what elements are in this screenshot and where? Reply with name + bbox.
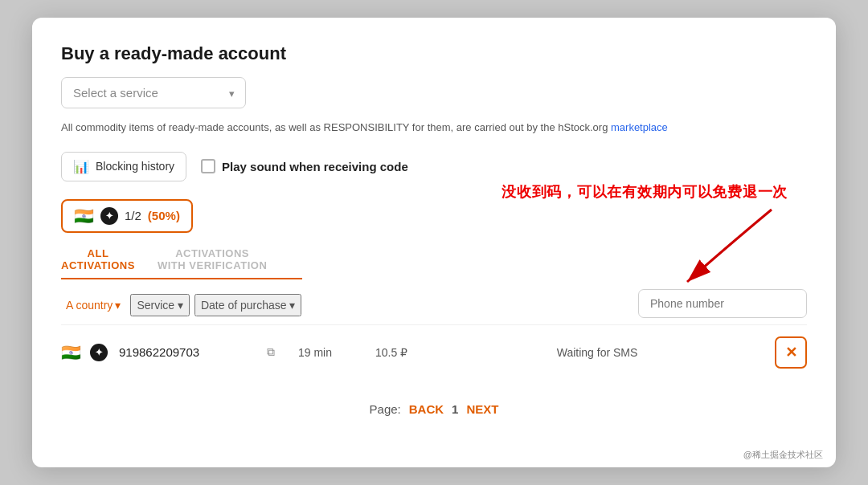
row-status: Waiting for SMS bbox=[428, 346, 767, 359]
row-service-icon: ✦ bbox=[90, 344, 108, 361]
page-back-button[interactable]: BACK bbox=[409, 402, 444, 416]
india-flag: 🇮🇳 bbox=[74, 206, 94, 226]
row-phone: 919862209703 bbox=[119, 345, 264, 359]
annotation-overlay: 没收到码，可以在有效期内可以免费退一次 bbox=[502, 182, 788, 290]
sound-checkbox[interactable] bbox=[201, 159, 215, 173]
activation-badge: 🇮🇳 ✦ 1/2 (50%) bbox=[61, 199, 193, 233]
chevron-down-icon-date: ▾ bbox=[289, 299, 295, 312]
toolbar: 📊 Blocking history Play sound when recei… bbox=[61, 152, 807, 181]
date-filter-button[interactable]: Date of purchase ▾ bbox=[194, 294, 302, 316]
date-filter-label: Date of purchase bbox=[201, 299, 287, 312]
chart-icon: 📊 bbox=[73, 159, 89, 174]
main-window: Buy a ready-made account Select a servic… bbox=[32, 18, 836, 467]
sound-label: Play sound when receiving code bbox=[222, 160, 408, 173]
tabs-row: ALLACTIVATIONS ACTIVATIONSWITH VERIFICAT… bbox=[61, 241, 302, 279]
pagination: Page: BACK 1 NEXT bbox=[61, 402, 807, 416]
country-filter-button[interactable]: A country ▾ bbox=[61, 295, 125, 315]
blocking-history-button[interactable]: 📊 Blocking history bbox=[61, 152, 186, 181]
filters-row: A country ▾ Service ▾ Date of purchase ▾ bbox=[61, 294, 807, 316]
info-text: All commodity items of ready-made accoun… bbox=[61, 120, 807, 136]
phone-number-input[interactable] bbox=[638, 289, 807, 318]
service-filter-label: Service bbox=[137, 299, 174, 312]
service-select-wrapper: Select a service ▾ bbox=[61, 77, 246, 108]
row-flag: 🇮🇳 bbox=[61, 343, 84, 362]
tab-all-activations[interactable]: ALLACTIVATIONS bbox=[61, 241, 135, 278]
annotation-text: 没收到码，可以在有效期内可以免费退一次 bbox=[502, 182, 788, 202]
cancel-button[interactable]: ✕ bbox=[775, 336, 807, 369]
activation-percent: (50%) bbox=[148, 209, 180, 222]
watermark: @稀土掘金技术社区 bbox=[743, 449, 823, 461]
row-price: 10.5 ₽ bbox=[355, 346, 428, 359]
chevron-down-icon-country: ▾ bbox=[115, 299, 121, 312]
info-text-prefix: All commodity items of ready-made accoun… bbox=[61, 121, 611, 133]
tab-activations-with-verification[interactable]: ACTIVATIONSWITH VERIFICATION bbox=[158, 241, 267, 278]
page-next-button[interactable]: NEXT bbox=[466, 402, 498, 416]
row-time: 19 min bbox=[275, 346, 355, 359]
service-filter-button[interactable]: Service ▾ bbox=[130, 294, 190, 316]
page-title: Buy a ready-made account bbox=[61, 43, 807, 64]
marketplace-link[interactable]: marketplace bbox=[611, 121, 668, 133]
service-select[interactable]: Select a service bbox=[61, 77, 246, 108]
blocking-history-label: Blocking history bbox=[96, 160, 174, 173]
chatgpt-icon: ✦ bbox=[100, 207, 118, 225]
annotation-arrow bbox=[643, 202, 788, 290]
phone-number-input-wrapper bbox=[638, 289, 807, 318]
table-row: 🇮🇳 ✦ 919862209703 ⧉ 19 min 10.5 ₽ Waitin… bbox=[61, 324, 807, 380]
page-current: 1 bbox=[452, 402, 458, 416]
copy-icon[interactable]: ⧉ bbox=[267, 345, 275, 359]
sound-checkbox-wrapper[interactable]: Play sound when receiving code bbox=[201, 159, 408, 173]
pagination-label: Page: bbox=[370, 402, 401, 416]
activation-count: 1/2 bbox=[125, 209, 141, 222]
country-filter-label: A country bbox=[66, 299, 113, 312]
chevron-down-icon-service: ▾ bbox=[178, 299, 183, 312]
